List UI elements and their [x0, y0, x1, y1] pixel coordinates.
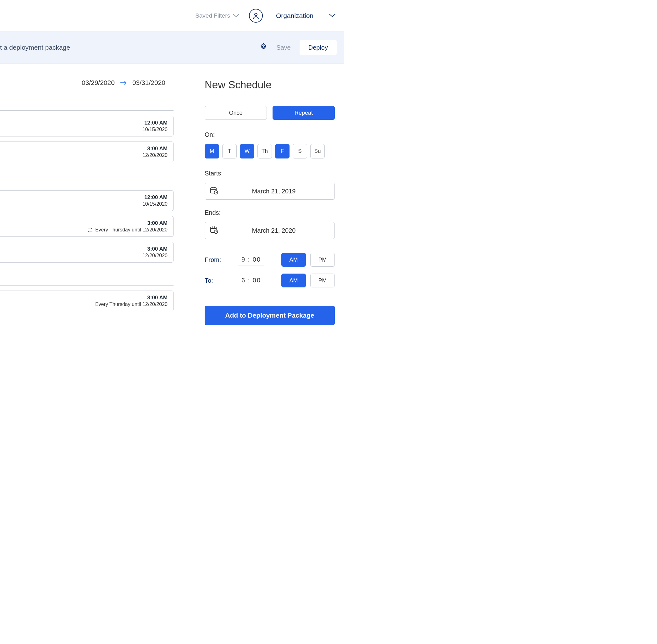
from-am-button[interactable]: AM	[281, 253, 306, 267]
schedule-card-repeat-text: Every Thursday until 12/20/2020	[0, 302, 168, 307]
schedule-card-time: 3:00 AM	[0, 145, 168, 152]
organization-label: Organization	[276, 12, 313, 20]
save-button[interactable]: Save	[276, 44, 291, 51]
day-sunday[interactable]: Su	[310, 144, 325, 159]
starts-label: Starts:	[205, 170, 335, 177]
page-title: t a deployment package	[0, 44, 70, 51]
schedule-card[interactable]: 3:00 AM Every Thursday until 12/20/2020	[0, 291, 173, 311]
organization-dropdown[interactable]: Organization	[276, 12, 335, 20]
avatar[interactable]	[249, 9, 263, 23]
repeat-toggle[interactable]: Repeat	[273, 106, 335, 120]
schedule-card-time: 3:00 AM	[0, 295, 168, 301]
from-pm-button[interactable]: PM	[310, 253, 335, 267]
gear-icon	[259, 43, 267, 51]
deploy-button[interactable]: Deploy	[300, 40, 337, 55]
to-time-input[interactable]	[238, 275, 264, 286]
schedule-card-date: 10/15/2020	[0, 127, 168, 132]
on-label: On:	[205, 131, 335, 138]
day-thursday[interactable]: Th	[257, 144, 272, 159]
topbar: Saved Filters Organization	[0, 0, 344, 31]
settings-button[interactable]	[259, 43, 267, 52]
arrow-right-icon	[120, 81, 127, 85]
schedule-card[interactable]: 3:00 AM 12/20/2020	[0, 141, 173, 162]
schedule-card-date: 12/20/2020	[0, 153, 168, 158]
days-row: M T W Th F S Su	[205, 144, 335, 159]
ends-label: Ends:	[205, 209, 335, 216]
to-am-button[interactable]: AM	[281, 274, 306, 288]
from-time-row: From: AM PM	[205, 253, 335, 267]
calendar-clock-icon	[210, 226, 218, 235]
ends-date-field[interactable]: March 21, 2020	[205, 222, 335, 239]
once-toggle[interactable]: Once	[205, 106, 267, 120]
svg-point-0	[255, 13, 257, 16]
chevron-down-icon	[233, 14, 239, 17]
schedule-card-time: 3:00 AM	[0, 246, 168, 252]
to-time-row: To: AM PM	[205, 274, 335, 288]
day-wednesday[interactable]: W	[240, 144, 254, 159]
schedule-card[interactable]: 12:00 AM 10/15/2020	[0, 116, 173, 136]
repeat-icon	[87, 228, 93, 232]
starts-date-value: March 21, 2019	[218, 188, 329, 195]
from-time-input[interactable]	[238, 254, 264, 266]
to-pm-button[interactable]: PM	[310, 274, 335, 288]
saved-filters-label: Saved Filters	[195, 12, 230, 19]
new-schedule-panel: New Schedule Once Repeat On: M T W Th F …	[187, 64, 344, 338]
schedule-card-date: 10/15/2020	[0, 201, 168, 207]
topbar-divider	[238, 5, 238, 31]
schedule-card[interactable]: 12:00 AM 10/15/2020	[0, 190, 173, 211]
chevron-down-icon	[329, 14, 335, 17]
main: 03/29/2020 03/31/2020 12:00 AM 10/15/202…	[0, 64, 344, 338]
from-ampm: AM PM	[281, 253, 335, 267]
day-tuesday[interactable]: T	[222, 144, 237, 159]
starts-date-field[interactable]: March 21, 2019	[205, 183, 335, 200]
day-saturday[interactable]: S	[293, 144, 307, 159]
date-range-from: 03/29/2020	[82, 79, 115, 87]
day-friday[interactable]: F	[275, 144, 289, 159]
actionbar-actions: Save Deploy	[259, 40, 337, 55]
add-to-package-button[interactable]: Add to Deployment Package	[205, 306, 335, 325]
day-monday[interactable]: M	[205, 144, 219, 159]
actionbar: t a deployment package Save Deploy	[0, 31, 344, 64]
schedule-card[interactable]: 3:00 AM Every Thursday until 12/20/2020	[0, 216, 173, 237]
ends-date-value: March 21, 2020	[218, 227, 329, 234]
to-ampm: AM PM	[281, 274, 335, 288]
svg-point-1	[262, 46, 265, 48]
panel-title: New Schedule	[205, 79, 335, 91]
schedule-card-time: 12:00 AM	[0, 194, 168, 201]
user-icon	[252, 12, 260, 20]
schedule-card-time: 3:00 AM	[0, 220, 168, 226]
schedule-card-repeat-text: Every Thursday until 12/20/2020	[95, 227, 168, 233]
frequency-toggle: Once Repeat	[205, 106, 335, 120]
calendar-clock-icon	[210, 186, 218, 196]
date-range: 03/29/2020 03/31/2020	[0, 79, 187, 87]
schedule-card[interactable]: 3:00 AM 12/20/2020	[0, 242, 173, 262]
schedule-card-repeat: Every Thursday until 12/20/2020	[0, 227, 168, 233]
date-range-to: 03/31/2020	[132, 79, 165, 87]
saved-filters-dropdown[interactable]: Saved Filters	[195, 0, 239, 31]
schedule-card-date: 12/20/2020	[0, 253, 168, 258]
to-label: To:	[205, 277, 232, 284]
from-label: From:	[205, 256, 232, 263]
schedule-list-column: 03/29/2020 03/31/2020 12:00 AM 10/15/202…	[0, 64, 187, 338]
schedule-card-time: 12:00 AM	[0, 120, 168, 126]
